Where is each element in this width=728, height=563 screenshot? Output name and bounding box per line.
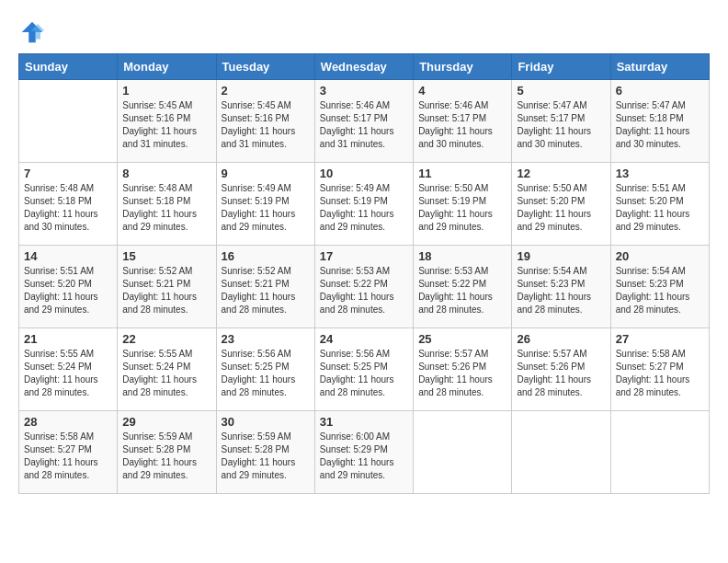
- day-cell: [414, 411, 512, 494]
- day-cell: 27 Sunrise: 5:58 AMSunset: 5:27 PMDaylig…: [610, 328, 709, 411]
- day-number: 15: [122, 249, 210, 263]
- page-header: [18, 18, 710, 46]
- day-number: 11: [418, 167, 506, 180]
- day-cell: 15 Sunrise: 5:52 AMSunset: 5:21 PMDaylig…: [118, 246, 216, 328]
- day-cell: 20 Sunrise: 5:54 AMSunset: 5:23 PMDaylig…: [610, 246, 709, 328]
- day-cell: [610, 411, 709, 494]
- week-row-4: 21 Sunrise: 5:55 AMSunset: 5:24 PMDaylig…: [19, 328, 710, 411]
- day-info: Sunrise: 5:55 AMSunset: 5:24 PMDaylight:…: [122, 348, 210, 399]
- day-number: 20: [616, 249, 704, 263]
- col-header-monday: Monday: [118, 54, 216, 80]
- day-cell: 18 Sunrise: 5:53 AMSunset: 5:22 PMDaylig…: [414, 246, 512, 328]
- day-number: 24: [320, 332, 408, 346]
- day-info: Sunrise: 5:45 AMSunset: 5:16 PMDaylight:…: [122, 99, 210, 151]
- day-cell: 12 Sunrise: 5:50 AMSunset: 5:20 PMDaylig…: [512, 163, 610, 246]
- day-number: 7: [24, 167, 112, 180]
- day-number: 14: [24, 249, 112, 263]
- day-number: 13: [616, 167, 704, 180]
- day-info: Sunrise: 5:59 AMSunset: 5:28 PMDaylight:…: [122, 431, 210, 482]
- day-number: 27: [616, 332, 704, 346]
- day-cell: [19, 80, 118, 163]
- day-info: Sunrise: 5:59 AMSunset: 5:28 PMDaylight:…: [222, 431, 310, 482]
- day-info: Sunrise: 5:52 AMSunset: 5:21 PMDaylight:…: [222, 265, 310, 316]
- logo-icon: [18, 18, 46, 46]
- day-info: Sunrise: 5:47 AMSunset: 5:18 PMDaylight:…: [616, 99, 704, 151]
- day-cell: 13 Sunrise: 5:51 AMSunset: 5:20 PMDaylig…: [610, 163, 709, 246]
- col-header-saturday: Saturday: [610, 54, 709, 80]
- day-cell: 30 Sunrise: 5:59 AMSunset: 5:28 PMDaylig…: [216, 411, 314, 494]
- day-cell: 4 Sunrise: 5:46 AMSunset: 5:17 PMDayligh…: [414, 80, 512, 163]
- day-cell: 26 Sunrise: 5:57 AMSunset: 5:26 PMDaylig…: [512, 328, 610, 411]
- day-number: 19: [517, 249, 605, 263]
- week-row-5: 28 Sunrise: 5:58 AMSunset: 5:27 PMDaylig…: [19, 411, 710, 494]
- day-number: 29: [122, 415, 210, 429]
- day-cell: 1 Sunrise: 5:45 AMSunset: 5:16 PMDayligh…: [118, 80, 216, 163]
- day-info: Sunrise: 5:48 AMSunset: 5:18 PMDaylight:…: [24, 182, 112, 234]
- day-info: Sunrise: 5:58 AMSunset: 5:27 PMDaylight:…: [616, 348, 704, 399]
- day-number: 25: [418, 332, 506, 346]
- day-info: Sunrise: 5:54 AMSunset: 5:23 PMDaylight:…: [517, 265, 605, 316]
- day-info: Sunrise: 5:53 AMSunset: 5:22 PMDaylight:…: [418, 265, 506, 316]
- day-info: Sunrise: 5:58 AMSunset: 5:27 PMDaylight:…: [24, 431, 112, 482]
- day-cell: 8 Sunrise: 5:48 AMSunset: 5:18 PMDayligh…: [118, 163, 216, 246]
- day-info: Sunrise: 5:52 AMSunset: 5:21 PMDaylight:…: [122, 265, 210, 316]
- day-number: 3: [320, 84, 408, 98]
- day-cell: 10 Sunrise: 5:49 AMSunset: 5:19 PMDaylig…: [314, 163, 413, 246]
- logo: [18, 18, 50, 46]
- day-info: Sunrise: 5:46 AMSunset: 5:17 PMDaylight:…: [320, 99, 408, 151]
- day-number: 28: [24, 415, 112, 429]
- day-cell: 29 Sunrise: 5:59 AMSunset: 5:28 PMDaylig…: [118, 411, 216, 494]
- col-header-tuesday: Tuesday: [216, 54, 314, 80]
- day-number: 9: [222, 167, 310, 180]
- col-header-thursday: Thursday: [414, 54, 512, 80]
- day-cell: 21 Sunrise: 5:55 AMSunset: 5:24 PMDaylig…: [19, 328, 118, 411]
- day-info: Sunrise: 5:48 AMSunset: 5:18 PMDaylight:…: [122, 182, 210, 234]
- day-number: 2: [222, 84, 310, 98]
- day-info: Sunrise: 5:49 AMSunset: 5:19 PMDaylight:…: [320, 182, 408, 234]
- day-cell: 5 Sunrise: 5:47 AMSunset: 5:17 PMDayligh…: [512, 80, 610, 163]
- day-info: Sunrise: 5:57 AMSunset: 5:26 PMDaylight:…: [517, 348, 605, 399]
- day-cell: 31 Sunrise: 6:00 AMSunset: 5:29 PMDaylig…: [314, 411, 413, 494]
- day-number: 31: [320, 415, 408, 429]
- day-info: Sunrise: 5:57 AMSunset: 5:26 PMDaylight:…: [418, 348, 506, 399]
- day-number: 6: [616, 84, 704, 98]
- day-info: Sunrise: 5:46 AMSunset: 5:17 PMDaylight:…: [418, 99, 506, 151]
- day-number: 17: [320, 249, 408, 263]
- day-cell: 24 Sunrise: 5:56 AMSunset: 5:25 PMDaylig…: [314, 328, 413, 411]
- day-info: Sunrise: 5:47 AMSunset: 5:17 PMDaylight:…: [517, 99, 605, 151]
- day-cell: 16 Sunrise: 5:52 AMSunset: 5:21 PMDaylig…: [216, 246, 314, 328]
- day-cell: 9 Sunrise: 5:49 AMSunset: 5:19 PMDayligh…: [216, 163, 314, 246]
- week-row-2: 7 Sunrise: 5:48 AMSunset: 5:18 PMDayligh…: [19, 163, 710, 246]
- day-number: 23: [222, 332, 310, 346]
- week-row-1: 1 Sunrise: 5:45 AMSunset: 5:16 PMDayligh…: [19, 80, 710, 163]
- day-cell: 19 Sunrise: 5:54 AMSunset: 5:23 PMDaylig…: [512, 246, 610, 328]
- day-number: 10: [320, 167, 408, 180]
- day-number: 4: [418, 84, 506, 98]
- day-number: 22: [122, 332, 210, 346]
- day-number: 8: [122, 167, 210, 180]
- col-header-friday: Friday: [512, 54, 610, 80]
- col-header-sunday: Sunday: [19, 54, 118, 80]
- day-info: Sunrise: 5:49 AMSunset: 5:19 PMDaylight:…: [222, 182, 310, 234]
- day-cell: 7 Sunrise: 5:48 AMSunset: 5:18 PMDayligh…: [19, 163, 118, 246]
- day-cell: 28 Sunrise: 5:58 AMSunset: 5:27 PMDaylig…: [19, 411, 118, 494]
- day-info: Sunrise: 5:55 AMSunset: 5:24 PMDaylight:…: [24, 348, 112, 399]
- day-cell: 14 Sunrise: 5:51 AMSunset: 5:20 PMDaylig…: [19, 246, 118, 328]
- day-number: 1: [122, 84, 210, 98]
- day-cell: 11 Sunrise: 5:50 AMSunset: 5:19 PMDaylig…: [414, 163, 512, 246]
- day-cell: 17 Sunrise: 5:53 AMSunset: 5:22 PMDaylig…: [314, 246, 413, 328]
- day-cell: 6 Sunrise: 5:47 AMSunset: 5:18 PMDayligh…: [610, 80, 709, 163]
- col-header-wednesday: Wednesday: [314, 54, 413, 80]
- day-number: 21: [24, 332, 112, 346]
- day-info: Sunrise: 5:53 AMSunset: 5:22 PMDaylight:…: [320, 265, 408, 316]
- day-info: Sunrise: 5:50 AMSunset: 5:19 PMDaylight:…: [418, 182, 506, 234]
- day-number: 26: [517, 332, 605, 346]
- day-cell: [512, 411, 610, 494]
- day-cell: 3 Sunrise: 5:46 AMSunset: 5:17 PMDayligh…: [314, 80, 413, 163]
- calendar-table: SundayMondayTuesdayWednesdayThursdayFrid…: [18, 53, 710, 494]
- day-number: 12: [517, 167, 605, 180]
- day-number: 16: [222, 249, 310, 263]
- header-row: SundayMondayTuesdayWednesdayThursdayFrid…: [19, 54, 710, 80]
- day-info: Sunrise: 5:56 AMSunset: 5:25 PMDaylight:…: [320, 348, 408, 399]
- day-info: Sunrise: 5:51 AMSunset: 5:20 PMDaylight:…: [24, 265, 112, 316]
